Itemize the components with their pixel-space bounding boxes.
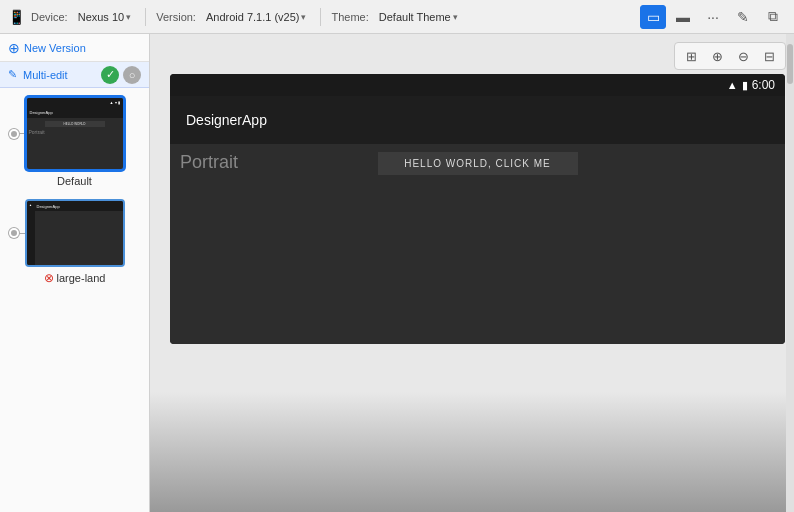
multi-edit-label: Multi-edit [23,69,68,81]
variant-default-label: Default [57,175,92,187]
variant-list: ▲ ▾ ▮ DesignerApp HELLO WORLD Portrait [0,88,149,512]
mini-appbar: DesignerApp [27,106,123,118]
main-area: ⊕ New Version ✎ Multi-edit ✓ ○ [0,34,794,512]
device-appbar: DesignerApp [170,96,785,144]
zoom-toolbar: ⊞ ⊕ ⊖ ⊟ [674,42,786,70]
mini-land-title: DesignerApp [37,204,60,209]
mini-button: HELLO WORLD [45,121,105,127]
zoom-fit-button[interactable]: ⊟ [757,45,781,67]
statusbar-icons: ▲ ▮ 6:00 [727,78,775,92]
theme-value: Default Theme [379,11,451,23]
device-body: Portrait HELLO WORLD, CLICK ME [170,144,785,344]
multi-edit-actions: ✓ ○ [101,66,141,84]
device-icon: 📱 [8,9,25,25]
panel-toolbar: ⊕ New Version [0,34,149,62]
wifi-icon: ▲ [727,79,738,91]
connector-large-land [9,228,25,238]
separator-2 [320,8,321,26]
device-value: Nexus 10 [78,11,124,23]
portrait-label: Portrait [180,152,238,173]
theme-chevron-icon: ▾ [453,12,458,22]
signal-icon: ▮ [742,79,748,92]
connector-line [19,133,25,134]
variant-default-preview[interactable]: ▲ ▾ ▮ DesignerApp HELLO WORLD Portrait [25,96,125,171]
confirm-multi-edit-button[interactable]: ✓ [101,66,119,84]
add-icon: ⊕ [8,40,20,56]
preview-canvas: ▲ ▮ 6:00 DesignerApp Portrait HELLO WORL… [170,74,785,454]
split-button[interactable]: ⧉ [760,5,786,29]
pen-button[interactable]: ✎ [730,5,756,29]
mini-battery-icon: ▮ [118,100,120,105]
version-chevron-icon: ▾ [301,12,306,22]
cancel-multi-edit-button[interactable]: ○ [123,66,141,84]
variant-large-land-wrap: ▲ DesignerApp [25,199,125,267]
scrollbar-thumb [787,44,793,84]
variant-default: ▲ ▾ ▮ DesignerApp HELLO WORLD Portrait [8,96,141,187]
connector-default [9,129,25,139]
variant-large-land-preview[interactable]: ▲ DesignerApp [25,199,125,267]
appbar-title: DesignerApp [186,112,267,128]
toolbar-right: ▭ ▬ ··· ✎ ⧉ [640,5,786,29]
variant-default-wrap: ▲ ▾ ▮ DesignerApp HELLO WORLD Portrait [25,96,125,171]
mini-portrait-label: Portrait [27,127,123,137]
theme-label: Theme: [331,11,368,23]
mini-signal-icon: ▲ [110,100,114,105]
mini-land-body [35,211,123,265]
left-panel: ⊕ New Version ✎ Multi-edit ✓ ○ [0,34,150,512]
mini-appbar-title: DesignerApp [30,110,53,115]
content-area: ⊞ ⊕ ⊖ ⊟ ▲ ▮ 6:00 DesignerApp Port [150,34,794,512]
device-chevron-icon: ▾ [126,12,131,22]
device-button[interactable]: HELLO WORLD, CLICK ME [378,152,578,175]
portrait-view-button[interactable]: ▭ [640,5,666,29]
version-dropdown[interactable]: Android 7.1.1 (v25) ▾ [202,9,311,25]
device-dropdown[interactable]: Nexus 10 ▾ [74,9,135,25]
mini-content: HELLO WORLD [27,118,123,127]
connector-dot-2 [9,228,19,238]
right-scrollbar[interactable] [786,34,794,512]
device-label: Device: [31,11,68,23]
multi-edit-icon: ✎ [8,68,17,81]
connector-line-2 [19,233,25,234]
theme-dropdown[interactable]: Default Theme ▾ [375,9,462,25]
device-frame: ▲ ▮ 6:00 DesignerApp Portrait HELLO WORL… [170,74,785,344]
separator-1 [145,8,146,26]
mini-wifi-icon: ▾ [115,100,117,105]
error-icon: ⊗ [44,271,54,285]
statusbar-time: 6:00 [752,78,775,92]
connector-dot [9,129,19,139]
variant-large-land-label: ⊗ large-land [44,271,106,285]
mini-land-appbar: DesignerApp [35,201,123,211]
zoom-out-button[interactable]: ⊖ [731,45,755,67]
version-value: Android 7.1.1 (v25) [206,11,300,23]
version-label: Version: [156,11,196,23]
more-options-button[interactable]: ··· [700,5,726,29]
device-statusbar: ▲ ▮ 6:00 [170,74,785,96]
mini-statusbar: ▲ ▾ ▮ [27,98,123,106]
fit-screen-button[interactable]: ⊞ [679,45,703,67]
top-toolbar: 📱 Device: Nexus 10 ▾ Version: Android 7.… [0,0,794,34]
zoom-in-button[interactable]: ⊕ [705,45,729,67]
landscape-view-button[interactable]: ▬ [670,5,696,29]
new-version-button[interactable]: ⊕ New Version [8,40,86,56]
multi-edit-bar: ✎ Multi-edit ✓ ○ [0,62,149,88]
variant-large-land: ▲ DesignerApp ⊗ large-la [8,199,141,285]
